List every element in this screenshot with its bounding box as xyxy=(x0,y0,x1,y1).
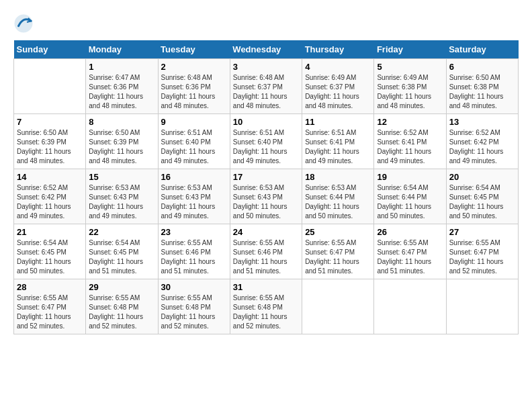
day-info: Sunrise: 6:48 AMSunset: 6:36 PMDaylight:… xyxy=(161,73,227,111)
header-sunday: Sunday xyxy=(14,40,86,59)
day-info: Sunrise: 6:50 AMSunset: 6:38 PMDaylight:… xyxy=(449,73,515,111)
calendar-week-1: 7Sunrise: 6:50 AMSunset: 6:39 PMDaylight… xyxy=(14,114,519,169)
svg-point-0 xyxy=(15,15,33,33)
calendar-cell: 24Sunrise: 6:55 AMSunset: 6:46 PMDayligh… xyxy=(230,224,302,279)
day-number: 3 xyxy=(233,62,299,72)
day-info: Sunrise: 6:52 AMSunset: 6:42 PMDaylight:… xyxy=(449,128,515,166)
calendar-cell: 8Sunrise: 6:50 AMSunset: 6:39 PMDaylight… xyxy=(86,114,158,169)
calendar-cell: 23Sunrise: 6:55 AMSunset: 6:46 PMDayligh… xyxy=(158,224,230,279)
day-info: Sunrise: 6:54 AMSunset: 6:45 PMDaylight:… xyxy=(17,238,83,276)
calendar-cell: 20Sunrise: 6:54 AMSunset: 6:45 PMDayligh… xyxy=(446,169,518,224)
day-number: 6 xyxy=(449,62,515,72)
calendar-cell: 3Sunrise: 6:48 AMSunset: 6:37 PMDaylight… xyxy=(230,59,302,114)
day-info: Sunrise: 6:51 AMSunset: 6:40 PMDaylight:… xyxy=(233,128,299,166)
day-info: Sunrise: 6:49 AMSunset: 6:37 PMDaylight:… xyxy=(305,73,371,111)
calendar-cell: 19Sunrise: 6:54 AMSunset: 6:44 PMDayligh… xyxy=(374,169,446,224)
calendar-cell: 17Sunrise: 6:53 AMSunset: 6:43 PMDayligh… xyxy=(230,169,302,224)
calendar-cell xyxy=(446,279,518,334)
calendar-cell: 18Sunrise: 6:53 AMSunset: 6:44 PMDayligh… xyxy=(302,169,374,224)
day-number: 9 xyxy=(161,117,227,127)
day-info: Sunrise: 6:54 AMSunset: 6:44 PMDaylight:… xyxy=(377,183,443,221)
day-number: 7 xyxy=(17,117,83,127)
day-number: 11 xyxy=(305,117,371,127)
day-number: 19 xyxy=(377,172,443,182)
day-number: 27 xyxy=(449,227,515,237)
day-info: Sunrise: 6:55 AMSunset: 6:46 PMDaylight:… xyxy=(161,238,227,276)
calendar-cell: 27Sunrise: 6:55 AMSunset: 6:47 PMDayligh… xyxy=(446,224,518,279)
day-number: 2 xyxy=(161,62,227,72)
day-number: 12 xyxy=(377,117,443,127)
calendar-header-row: SundayMondayTuesdayWednesdayThursdayFrid… xyxy=(14,40,519,59)
day-info: Sunrise: 6:53 AMSunset: 6:43 PMDaylight:… xyxy=(233,183,299,221)
day-number: 5 xyxy=(377,62,443,72)
day-info: Sunrise: 6:52 AMSunset: 6:42 PMDaylight:… xyxy=(17,183,83,221)
calendar-week-3: 21Sunrise: 6:54 AMSunset: 6:45 PMDayligh… xyxy=(14,224,519,279)
day-number: 17 xyxy=(233,172,299,182)
header-wednesday: Wednesday xyxy=(230,40,302,59)
header-thursday: Thursday xyxy=(302,40,374,59)
day-info: Sunrise: 6:54 AMSunset: 6:45 PMDaylight:… xyxy=(449,183,515,221)
calendar-cell: 14Sunrise: 6:52 AMSunset: 6:42 PMDayligh… xyxy=(14,169,86,224)
calendar-cell: 31Sunrise: 6:55 AMSunset: 6:48 PMDayligh… xyxy=(230,279,302,334)
calendar-cell: 22Sunrise: 6:54 AMSunset: 6:45 PMDayligh… xyxy=(86,224,158,279)
header-saturday: Saturday xyxy=(446,40,518,59)
calendar-cell: 26Sunrise: 6:55 AMSunset: 6:47 PMDayligh… xyxy=(374,224,446,279)
day-info: Sunrise: 6:50 AMSunset: 6:39 PMDaylight:… xyxy=(89,128,154,166)
day-number: 23 xyxy=(161,227,227,237)
day-number: 21 xyxy=(17,227,83,237)
day-info: Sunrise: 6:55 AMSunset: 6:48 PMDaylight:… xyxy=(233,293,299,331)
calendar-cell: 12Sunrise: 6:52 AMSunset: 6:41 PMDayligh… xyxy=(374,114,446,169)
day-info: Sunrise: 6:51 AMSunset: 6:41 PMDaylight:… xyxy=(305,128,371,166)
day-info: Sunrise: 6:54 AMSunset: 6:45 PMDaylight:… xyxy=(89,238,154,276)
header-friday: Friday xyxy=(374,40,446,59)
day-number: 26 xyxy=(377,227,443,237)
day-info: Sunrise: 6:53 AMSunset: 6:44 PMDaylight:… xyxy=(305,183,371,221)
day-info: Sunrise: 6:55 AMSunset: 6:48 PMDaylight:… xyxy=(89,293,154,331)
calendar-cell: 21Sunrise: 6:54 AMSunset: 6:45 PMDayligh… xyxy=(14,224,86,279)
day-info: Sunrise: 6:55 AMSunset: 6:47 PMDaylight:… xyxy=(377,238,443,276)
day-number: 18 xyxy=(305,172,371,182)
calendar-cell: 9Sunrise: 6:51 AMSunset: 6:40 PMDaylight… xyxy=(158,114,230,169)
day-number: 8 xyxy=(89,117,154,127)
calendar-cell: 11Sunrise: 6:51 AMSunset: 6:41 PMDayligh… xyxy=(302,114,374,169)
logo-icon xyxy=(13,13,34,34)
calendar-cell: 6Sunrise: 6:50 AMSunset: 6:38 PMDaylight… xyxy=(446,59,518,114)
calendar-cell: 28Sunrise: 6:55 AMSunset: 6:47 PMDayligh… xyxy=(14,279,86,334)
day-number: 1 xyxy=(89,62,154,72)
calendar-cell: 16Sunrise: 6:53 AMSunset: 6:43 PMDayligh… xyxy=(158,169,230,224)
day-info: Sunrise: 6:48 AMSunset: 6:37 PMDaylight:… xyxy=(233,73,299,111)
day-info: Sunrise: 6:55 AMSunset: 6:48 PMDaylight:… xyxy=(161,293,227,331)
day-number: 13 xyxy=(449,117,515,127)
day-info: Sunrise: 6:51 AMSunset: 6:40 PMDaylight:… xyxy=(161,128,227,166)
day-number: 29 xyxy=(89,282,154,292)
calendar-week-2: 14Sunrise: 6:52 AMSunset: 6:42 PMDayligh… xyxy=(14,169,519,224)
calendar-cell: 1Sunrise: 6:47 AMSunset: 6:36 PMDaylight… xyxy=(86,59,158,114)
calendar-cell: 13Sunrise: 6:52 AMSunset: 6:42 PMDayligh… xyxy=(446,114,518,169)
day-number: 24 xyxy=(233,227,299,237)
calendar-cell: 2Sunrise: 6:48 AMSunset: 6:36 PMDaylight… xyxy=(158,59,230,114)
logo xyxy=(13,13,36,34)
day-info: Sunrise: 6:52 AMSunset: 6:41 PMDaylight:… xyxy=(377,128,443,166)
day-info: Sunrise: 6:55 AMSunset: 6:47 PMDaylight:… xyxy=(305,238,371,276)
day-number: 30 xyxy=(161,282,227,292)
calendar-cell xyxy=(14,59,86,114)
calendar-cell: 10Sunrise: 6:51 AMSunset: 6:40 PMDayligh… xyxy=(230,114,302,169)
calendar-cell xyxy=(302,279,374,334)
day-number: 16 xyxy=(161,172,227,182)
day-info: Sunrise: 6:55 AMSunset: 6:47 PMDaylight:… xyxy=(17,293,83,331)
calendar-cell: 29Sunrise: 6:55 AMSunset: 6:48 PMDayligh… xyxy=(86,279,158,334)
calendar-cell: 5Sunrise: 6:49 AMSunset: 6:38 PMDaylight… xyxy=(374,59,446,114)
day-info: Sunrise: 6:47 AMSunset: 6:36 PMDaylight:… xyxy=(89,73,154,111)
day-number: 4 xyxy=(305,62,371,72)
day-info: Sunrise: 6:53 AMSunset: 6:43 PMDaylight:… xyxy=(161,183,227,221)
day-info: Sunrise: 6:49 AMSunset: 6:38 PMDaylight:… xyxy=(377,73,443,111)
calendar-cell: 7Sunrise: 6:50 AMSunset: 6:39 PMDaylight… xyxy=(14,114,86,169)
day-number: 28 xyxy=(17,282,83,292)
day-number: 25 xyxy=(305,227,371,237)
calendar-table: SundayMondayTuesdayWednesdayThursdayFrid… xyxy=(13,40,519,334)
day-info: Sunrise: 6:53 AMSunset: 6:43 PMDaylight:… xyxy=(89,183,154,221)
header-monday: Monday xyxy=(86,40,158,59)
day-info: Sunrise: 6:55 AMSunset: 6:46 PMDaylight:… xyxy=(233,238,299,276)
calendar-week-0: 1Sunrise: 6:47 AMSunset: 6:36 PMDaylight… xyxy=(14,59,519,114)
day-number: 22 xyxy=(89,227,154,237)
